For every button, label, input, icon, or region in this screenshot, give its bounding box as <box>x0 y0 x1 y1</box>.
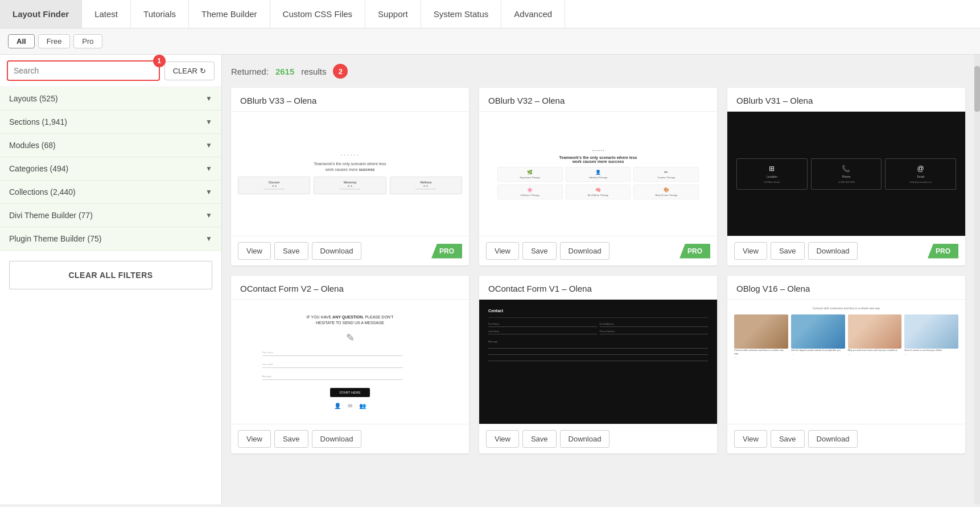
filter-tabs-bar: All Free Pro <box>0 28 980 55</box>
main-layout: 1 CLEAR ↻ Layouts (525) ▼ Sections (1,94… <box>0 55 980 504</box>
pro-badge: PRO <box>680 244 710 259</box>
card-actions: View Save Download PRO <box>727 236 965 265</box>
filter-categories-label: Categories (494) <box>9 164 68 173</box>
card-title: OBlurb V31 – Olena <box>727 88 965 111</box>
card-oblog-v16: OBlog V16 – Olena Connect with customers… <box>727 276 965 453</box>
save-button[interactable]: Save <box>274 242 308 260</box>
filter-categories[interactable]: Categories (494) ▼ <box>0 157 221 181</box>
card-preview: • • • • • • Teamwork's the only scenario… <box>479 111 717 236</box>
view-button[interactable]: View <box>238 430 271 448</box>
view-button[interactable]: View <box>238 242 271 260</box>
sidebar: 1 CLEAR ↻ Layouts (525) ▼ Sections (1,94… <box>0 55 222 504</box>
nav-tutorials[interactable]: Tutorials <box>131 0 189 28</box>
results-header: Returned: 2615 results 2 <box>231 64 965 79</box>
chevron-down-icon: ▼ <box>205 211 212 219</box>
view-button[interactable]: View <box>734 242 767 260</box>
tab-free[interactable]: Free <box>38 34 71 48</box>
card-oblurb-v33: OBlurb V33 – Olena • • • • • • Teamwork'… <box>231 88 469 265</box>
card-preview: Connect with customers and fans in a who… <box>727 299 965 424</box>
nav-layout-finder[interactable]: Layout Finder <box>0 0 82 28</box>
card-title: OContact Form V2 – Olena <box>231 276 469 299</box>
cards-grid: OBlurb V33 – Olena • • • • • • Teamwork'… <box>231 88 965 453</box>
pro-badge: PRO <box>928 244 958 259</box>
card-actions: View Save Download PRO <box>231 236 469 265</box>
chevron-down-icon: ▼ <box>205 95 212 103</box>
filter-collections-label: Collections (2,440) <box>9 187 76 197</box>
search-badge: 1 <box>153 55 166 67</box>
results-count: 2615 <box>275 67 294 76</box>
clear-search-button[interactable]: CLEAR ↻ <box>164 62 215 80</box>
card-title: OBlog V16 – Olena <box>727 276 965 299</box>
card-actions: View Save Download <box>479 424 717 453</box>
save-button[interactable]: Save <box>522 242 557 260</box>
clear-search-label: CLEAR <box>173 67 197 75</box>
view-button[interactable]: View <box>734 430 767 448</box>
nav-system-status[interactable]: System Status <box>421 0 502 28</box>
nav-custom-css[interactable]: Custom CSS Files <box>270 0 366 28</box>
filter-list: Layouts (525) ▼ Sections (1,941) ▼ Modul… <box>0 87 221 251</box>
save-button[interactable]: Save <box>274 430 308 448</box>
card-title: OBlurb V33 – Olena <box>231 88 469 111</box>
filter-sections[interactable]: Sections (1,941) ▼ <box>0 111 221 134</box>
filter-modules-label: Modules (68) <box>9 141 56 150</box>
content-area: Returned: 2615 results 2 OBlurb V33 – Ol… <box>222 55 974 504</box>
download-button[interactable]: Download <box>560 430 610 448</box>
search-bar: 1 CLEAR ↻ <box>0 55 221 87</box>
filter-collections[interactable]: Collections (2,440) ▼ <box>0 181 221 204</box>
search-wrapper: 1 <box>7 60 160 81</box>
filter-sections-label: Sections (1,941) <box>9 117 67 126</box>
card-title: OContact Form V1 – Olena <box>479 276 717 299</box>
filter-divi-label: Divi Theme Builder (77) <box>9 211 93 220</box>
save-button[interactable]: Save <box>771 430 805 448</box>
page-scrollbar[interactable] <box>974 55 980 504</box>
card-ocontact-v2: OContact Form V2 – Olena IF YOU HAVE ANY… <box>231 276 469 453</box>
scrollbar-thumb[interactable] <box>974 66 980 112</box>
card-preview: IF YOU HAVE ANY QUESTION, PLEASE DON'THE… <box>231 299 469 424</box>
top-navigation: Layout Finder Latest Tutorials Theme Bui… <box>0 0 980 28</box>
card-oblurb-v31: OBlurb V31 – Olena ⊞ Location 123 Main S… <box>727 88 965 265</box>
view-button[interactable]: View <box>486 242 519 260</box>
download-button[interactable]: Download <box>808 430 858 448</box>
nav-advanced[interactable]: Advanced <box>501 0 565 28</box>
card-oblurb-v32: OBlurb V32 – Olena • • • • • • Teamwork'… <box>479 88 717 265</box>
filter-divi-theme-builder[interactable]: Divi Theme Builder (77) ▼ <box>0 204 221 227</box>
chevron-down-icon: ▼ <box>205 235 212 243</box>
download-button[interactable]: Download <box>808 242 858 260</box>
tab-pro[interactable]: Pro <box>73 34 102 48</box>
nav-latest[interactable]: Latest <box>82 0 131 28</box>
card-preview: ⊞ Location 123 Main Street 📞 Phone +1 80… <box>727 111 965 236</box>
view-button[interactable]: View <box>486 430 519 448</box>
nav-support[interactable]: Support <box>365 0 421 28</box>
results-suffix: results <box>301 67 326 76</box>
card-ocontact-v1: OContact Form V1 – Olena Contact First N… <box>479 276 717 453</box>
download-button[interactable]: Download <box>312 242 362 260</box>
filter-plugin-theme-builder[interactable]: Plugin Theme Builder (75) ▼ <box>0 227 221 251</box>
download-button[interactable]: Download <box>312 430 362 448</box>
save-button[interactable]: Save <box>522 430 557 448</box>
tab-all[interactable]: All <box>8 34 35 48</box>
download-button[interactable]: Download <box>560 242 610 260</box>
pro-badge: PRO <box>431 244 462 259</box>
filter-layouts[interactable]: Layouts (525) ▼ <box>0 87 221 111</box>
chevron-down-icon: ▼ <box>205 165 212 173</box>
card-actions: View Save Download PRO <box>479 236 717 265</box>
card-actions: View Save Download <box>231 424 469 453</box>
card-title: OBlurb V32 – Olena <box>479 88 717 111</box>
results-prefix: Returned: <box>231 67 269 76</box>
chevron-down-icon: ▼ <box>205 188 212 196</box>
card-actions: View Save Download <box>727 424 965 453</box>
save-button[interactable]: Save <box>771 242 805 260</box>
filter-layouts-label: Layouts (525) <box>9 94 58 103</box>
results-badge: 2 <box>333 64 348 79</box>
chevron-down-icon: ▼ <box>205 141 212 149</box>
card-preview: • • • • • • Teamwork's the only scenario… <box>231 111 469 236</box>
nav-theme-builder[interactable]: Theme Builder <box>189 0 270 28</box>
search-input[interactable] <box>7 60 160 81</box>
card-preview: Contact First Name Email Address <box>479 299 717 424</box>
refresh-icon: ↻ <box>200 67 206 75</box>
chevron-down-icon: ▼ <box>205 118 212 126</box>
filter-modules[interactable]: Modules (68) ▼ <box>0 134 221 157</box>
filter-plugin-label: Plugin Theme Builder (75) <box>9 234 101 243</box>
clear-all-filters-button[interactable]: CLEAR ALL FILTERS <box>9 261 212 289</box>
